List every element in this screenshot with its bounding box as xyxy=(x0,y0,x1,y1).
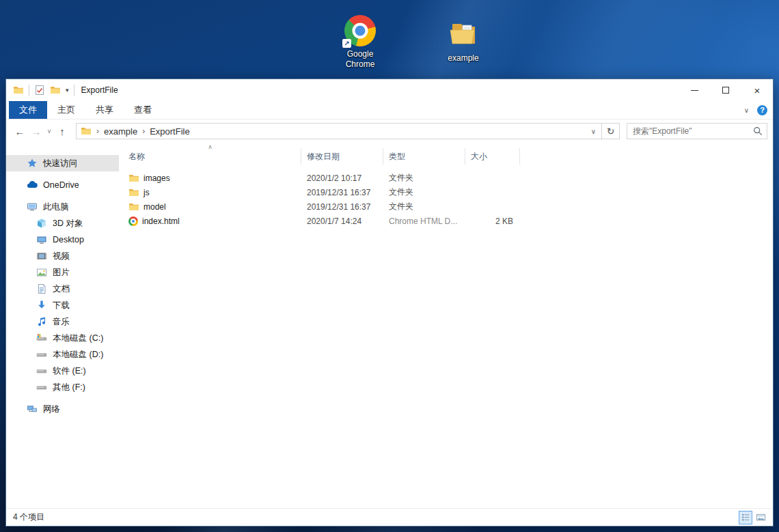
back-button[interactable]: ← xyxy=(12,126,28,137)
sidebar-item-6[interactable]: 图片 xyxy=(6,264,119,281)
sidebar-item-1[interactable]: OneDrive xyxy=(6,177,119,193)
music-icon xyxy=(36,316,47,327)
desktop-icon-example[interactable]: example xyxy=(437,18,489,64)
large-icons-view-button[interactable] xyxy=(754,511,767,524)
sidebar-item-14[interactable]: 网络 xyxy=(6,401,119,417)
customize-qat-caret-icon[interactable]: ▾ xyxy=(66,87,69,94)
ribbon-tab-1[interactable]: 主页 xyxy=(47,101,85,119)
sidebar-item-label: 网络 xyxy=(43,404,60,415)
address-bar[interactable]: › example › ExportFile ∨ xyxy=(76,123,602,139)
column-headers: ∧ 名称修改日期类型大小 xyxy=(119,148,773,165)
file-name: model xyxy=(144,202,166,212)
picture-icon xyxy=(36,267,47,278)
sidebar-item-label: 本地磁盘 (D:) xyxy=(53,349,103,361)
sidebar-item-3[interactable]: 3D 对象 xyxy=(6,215,119,232)
computer-icon xyxy=(27,201,38,212)
explorer-window: ▾ ExportFile × 文件主页共享查看 ∨ ? ← → ∨ ↑ › ex… xyxy=(5,79,774,527)
sidebar-item-label: 下载 xyxy=(53,300,70,311)
sidebar-item-11[interactable]: 本地磁盘 (D:) xyxy=(6,346,119,363)
maximize-icon xyxy=(722,87,729,94)
desktop-icon xyxy=(36,234,47,245)
breadcrumb-example[interactable]: example xyxy=(104,126,137,137)
search-input[interactable] xyxy=(627,123,767,139)
navigation-pane: 快速访问OneDrive此电脑3D 对象Desktop视频图片文档下载音乐本地磁… xyxy=(6,143,119,508)
sidebar-item-label: 本地磁盘 (C:) xyxy=(53,333,103,344)
column-header-2[interactable]: 类型 xyxy=(383,148,465,165)
column-header-1[interactable]: 修改日期 xyxy=(301,148,383,165)
sidebar-item-label: 软件 (E:) xyxy=(53,365,86,377)
help-icon[interactable]: ? xyxy=(757,105,767,115)
column-header-0[interactable]: 名称 xyxy=(119,148,301,165)
file-date-modified: 2019/12/31 16:37 xyxy=(301,188,383,197)
breadcrumb-chevron-icon: › xyxy=(137,126,150,136)
drive-c-icon xyxy=(36,333,47,344)
sidebar-item-8[interactable]: 下载 xyxy=(6,297,119,313)
sidebar-item-label: OneDrive xyxy=(43,180,79,190)
separator xyxy=(74,85,74,96)
items-count: 4 个项目 xyxy=(6,512,44,523)
file-type: 文件夹 xyxy=(383,186,465,198)
sidebar-item-4[interactable]: Desktop xyxy=(6,232,119,248)
cloud-icon xyxy=(27,180,38,191)
file-date-modified: 2020/1/7 14:24 xyxy=(301,216,383,226)
desktop-icon-label: Google Chrome xyxy=(334,49,386,70)
sidebar-item-10[interactable]: 本地磁盘 (C:) xyxy=(6,330,119,346)
close-icon: × xyxy=(754,85,761,96)
file-row-images[interactable]: images2020/1/2 10:17文件夹 xyxy=(119,171,773,185)
desktop-icon-google-chrome[interactable]: ↗ Google Chrome xyxy=(334,15,386,70)
file-row-model[interactable]: model2019/12/31 16:37文件夹 xyxy=(119,199,773,214)
large-icons-view-icon xyxy=(756,512,766,522)
sidebar-item-13[interactable]: 其他 (F:) xyxy=(6,379,119,395)
forward-button[interactable]: → xyxy=(28,126,44,137)
sidebar-item-5[interactable]: 视频 xyxy=(6,248,119,264)
folder-icon xyxy=(128,201,139,212)
maximize-button[interactable] xyxy=(710,79,741,101)
download-icon xyxy=(36,300,47,311)
file-type: 文件夹 xyxy=(383,172,465,184)
file-row-js[interactable]: js2019/12/31 16:37文件夹 xyxy=(119,185,773,199)
main-area: 快速访问OneDrive此电脑3D 对象Desktop视频图片文档下载音乐本地磁… xyxy=(6,143,773,508)
breadcrumb-chevron-icon: › xyxy=(92,126,104,136)
ribbon-tab-3[interactable]: 查看 xyxy=(124,101,162,119)
recent-locations-caret-icon[interactable]: ∨ xyxy=(44,128,54,135)
drive-icon xyxy=(36,365,47,376)
details-view-button[interactable] xyxy=(739,511,752,524)
sort-ascending-icon: ∧ xyxy=(119,143,301,150)
drive-icon xyxy=(36,382,47,393)
ribbon-tab-0[interactable]: 文件 xyxy=(9,101,47,119)
window-folder-icon xyxy=(13,85,24,96)
sidebar-item-label: 音乐 xyxy=(53,316,70,328)
refresh-button[interactable]: ↻ xyxy=(602,123,620,139)
file-row-index.html[interactable]: index.html2020/1/7 14:24Chrome HTML D...… xyxy=(119,214,773,228)
cube-icon xyxy=(36,218,47,229)
sidebar-item-label: Desktop xyxy=(53,235,84,244)
properties-check-icon[interactable] xyxy=(34,85,45,96)
file-list-pane: ∧ 名称修改日期类型大小 images2020/1/2 10:17文件夹js20… xyxy=(119,143,773,508)
up-button[interactable]: ↑ xyxy=(54,126,70,137)
sidebar-item-2[interactable]: 此电脑 xyxy=(6,199,119,215)
sidebar-item-7[interactable]: 文档 xyxy=(6,281,119,297)
address-dropdown-caret-icon[interactable]: ∨ xyxy=(586,128,601,135)
network-icon xyxy=(27,404,38,415)
ribbon-tab-2[interactable]: 共享 xyxy=(85,101,124,119)
sidebar-item-0[interactable]: 快速访问 xyxy=(6,155,119,171)
sidebar-item-12[interactable]: 软件 (E:) xyxy=(6,363,119,379)
minimize-button[interactable] xyxy=(679,79,710,101)
close-button[interactable]: × xyxy=(741,79,773,101)
expand-ribbon-chevron-icon[interactable]: ∨ xyxy=(744,107,749,114)
sidebar-item-9[interactable]: 音乐 xyxy=(6,313,119,330)
separator xyxy=(29,85,29,96)
file-date-modified: 2019/12/31 16:37 xyxy=(301,202,383,212)
video-icon xyxy=(36,251,47,262)
breadcrumb-exportfile[interactable]: ExportFile xyxy=(150,126,190,137)
chrome-icon: ↗ xyxy=(344,15,376,46)
sidebar-item-label: 其他 (F:) xyxy=(53,382,85,393)
address-folder-icon xyxy=(81,126,92,137)
column-header-3[interactable]: 大小 xyxy=(465,148,520,165)
sidebar-item-label: 文档 xyxy=(53,283,70,295)
window-title: ExportFile xyxy=(81,85,118,95)
ribbon-tabrow: 文件主页共享查看 ∨ ? xyxy=(6,101,773,120)
search-icon xyxy=(752,126,763,137)
sidebar-item-label: 快速访问 xyxy=(43,158,77,169)
new-folder-icon[interactable] xyxy=(50,85,61,96)
